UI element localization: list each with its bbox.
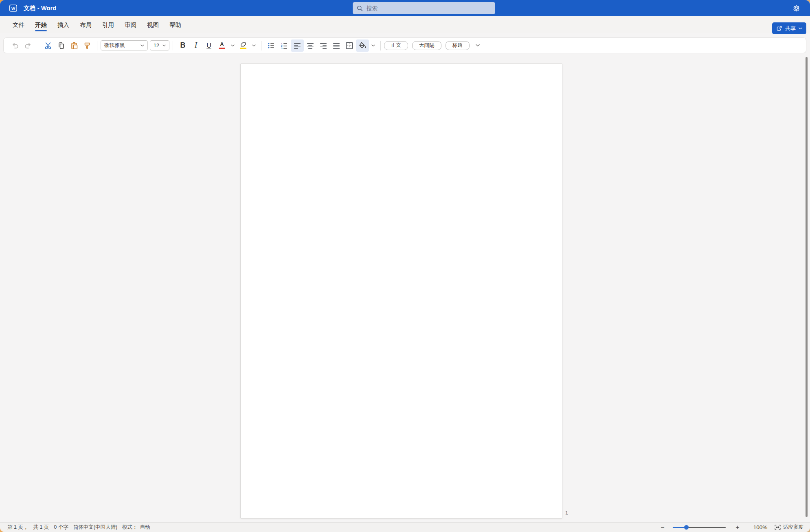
tab-layout-label: 布局 bbox=[80, 21, 92, 29]
fit-width-icon bbox=[775, 525, 781, 530]
style-normal[interactable]: 正文 bbox=[384, 41, 408, 50]
zoom-level[interactable]: 100% bbox=[752, 524, 769, 530]
justify-icon bbox=[332, 42, 340, 50]
style-no-spacing[interactable]: 无间隔 bbox=[412, 41, 441, 50]
undo-button[interactable] bbox=[9, 39, 22, 52]
align-right-button[interactable] bbox=[317, 39, 330, 52]
tab-references[interactable]: 引用 bbox=[97, 16, 119, 33]
font-name-value: 微软雅黑 bbox=[104, 42, 125, 49]
clipboard-paste-icon bbox=[70, 42, 78, 50]
style-heading[interactable]: 标题 bbox=[446, 41, 470, 50]
align-left-button[interactable] bbox=[291, 39, 304, 52]
svg-text:3: 3 bbox=[281, 47, 283, 50]
copy-button[interactable] bbox=[55, 39, 68, 52]
search-input[interactable] bbox=[367, 5, 491, 11]
tab-help-label: 帮助 bbox=[169, 21, 181, 29]
tab-home[interactable]: 开始 bbox=[30, 16, 52, 33]
status-bar: 第 1 页， 共 1 页 0 个字 简体中文(中国大陆) 模式： 自动 − + … bbox=[0, 522, 810, 532]
search-box[interactable] bbox=[353, 2, 495, 14]
scissors-icon bbox=[44, 42, 52, 50]
tab-help[interactable]: 帮助 bbox=[164, 16, 187, 33]
status-right: − + 100% 适应宽度 bbox=[658, 523, 810, 532]
style-heading-label: 标题 bbox=[452, 42, 463, 49]
chevron-down-icon bbox=[476, 44, 480, 47]
redo-button[interactable] bbox=[22, 39, 35, 52]
font-name-select[interactable]: 微软雅黑 bbox=[101, 40, 148, 50]
word-count[interactable]: 0 个字 bbox=[54, 524, 68, 531]
zoom-slider[interactable] bbox=[673, 527, 726, 528]
vertical-scrollbar[interactable] bbox=[806, 57, 808, 517]
word-logo-icon: W bbox=[9, 4, 18, 13]
tab-insert[interactable]: 插入 bbox=[52, 16, 75, 33]
cut-button[interactable] bbox=[42, 39, 55, 52]
share-icon bbox=[776, 25, 782, 31]
status-left: 第 1 页， 共 1 页 0 个字 简体中文(中国大陆) 模式： 自动 bbox=[0, 524, 150, 531]
font-color-icon: A bbox=[219, 42, 225, 49]
share-label: 共享 bbox=[785, 25, 796, 32]
numbered-list-button[interactable]: 1 2 3 bbox=[278, 39, 291, 52]
bold-icon: B bbox=[180, 41, 186, 50]
underline-icon: U bbox=[206, 42, 211, 49]
toolbar-divider bbox=[97, 41, 97, 50]
tab-review-label: 审阅 bbox=[125, 21, 136, 29]
zoom-in-button[interactable]: + bbox=[733, 523, 742, 532]
align-right-icon bbox=[319, 42, 327, 50]
bold-button[interactable]: B bbox=[176, 39, 189, 52]
highlight-button[interactable] bbox=[237, 39, 250, 52]
zoom-out-button[interactable]: − bbox=[658, 523, 667, 532]
active-tab-underline bbox=[35, 30, 47, 31]
tab-layout[interactable]: 布局 bbox=[75, 16, 97, 33]
highlight-dropdown[interactable] bbox=[250, 39, 258, 52]
styles-more-dropdown[interactable] bbox=[474, 39, 482, 52]
mode-value: 自动 bbox=[140, 524, 150, 531]
shading-dropdown[interactable] bbox=[369, 39, 377, 52]
font-color-button[interactable]: A bbox=[215, 39, 228, 52]
italic-button[interactable]: I bbox=[189, 39, 202, 52]
document-page[interactable] bbox=[240, 63, 562, 519]
page-position[interactable]: 第 1 页， bbox=[7, 524, 28, 531]
paste-button[interactable] bbox=[68, 39, 81, 52]
tab-home-label: 开始 bbox=[35, 21, 47, 29]
shading-button[interactable] bbox=[356, 39, 369, 52]
toolbar-divider bbox=[38, 41, 38, 50]
tab-review[interactable]: 审阅 bbox=[119, 16, 142, 33]
borders-icon bbox=[345, 42, 353, 50]
mode-label: 模式： bbox=[122, 524, 138, 531]
language-indicator[interactable]: 简体中文(中国大陆) bbox=[73, 524, 117, 531]
gear-icon[interactable] bbox=[792, 4, 800, 12]
chevron-down-icon bbox=[140, 44, 144, 47]
highlighter-icon bbox=[240, 42, 247, 49]
undo-icon bbox=[11, 42, 19, 50]
tab-file[interactable]: 文件 bbox=[7, 16, 30, 33]
tab-file-label: 文件 bbox=[13, 21, 24, 29]
chevron-down-icon bbox=[252, 44, 256, 47]
format-painter-button[interactable] bbox=[81, 39, 94, 52]
chevron-down-icon bbox=[231, 44, 235, 47]
font-size-select[interactable]: 12 bbox=[150, 40, 169, 50]
align-center-button[interactable] bbox=[304, 39, 317, 52]
bullet-list-button[interactable] bbox=[265, 39, 278, 52]
style-no-spacing-label: 无间隔 bbox=[419, 42, 435, 49]
mode-indicator[interactable]: 模式： 自动 bbox=[122, 524, 150, 531]
align-center-icon bbox=[306, 42, 314, 50]
share-button[interactable]: 共享 bbox=[772, 22, 806, 34]
toolbar-divider bbox=[380, 41, 381, 50]
tab-view[interactable]: 视图 bbox=[142, 16, 164, 33]
fit-width-button[interactable]: 适应宽度 bbox=[775, 524, 803, 531]
chevron-down-icon bbox=[371, 44, 375, 47]
paint-bucket-icon bbox=[358, 42, 367, 50]
word-app-window: W 文档 - Word 文件 开始 插入 布局 bbox=[0, 0, 810, 532]
zoom-slider-thumb[interactable] bbox=[684, 525, 689, 530]
bullet-list-icon bbox=[267, 42, 275, 50]
underline-button[interactable]: U bbox=[202, 39, 215, 52]
italic-icon: I bbox=[195, 41, 197, 50]
borders-button[interactable] bbox=[343, 39, 356, 52]
justify-button[interactable] bbox=[330, 39, 343, 52]
search-icon bbox=[357, 5, 363, 11]
tab-insert-label: 插入 bbox=[57, 21, 69, 29]
font-color-dropdown[interactable] bbox=[228, 39, 237, 52]
align-left-icon bbox=[293, 42, 301, 50]
style-normal-label: 正文 bbox=[391, 42, 401, 49]
svg-text:W: W bbox=[11, 6, 15, 11]
toolbar-divider bbox=[261, 41, 261, 50]
